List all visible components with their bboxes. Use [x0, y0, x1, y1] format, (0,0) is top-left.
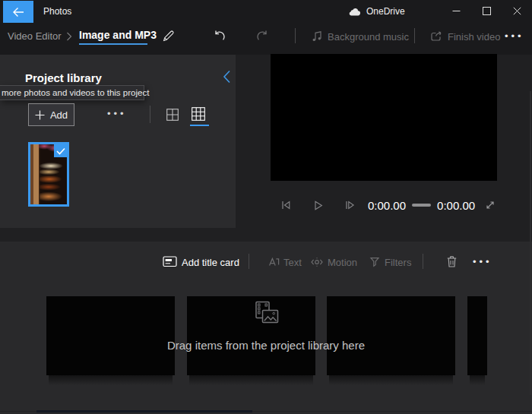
grid-view-large-icon[interactable] — [192, 107, 205, 121]
project-library-panel: Project library more photos and videos t… — [0, 55, 236, 228]
grid-view-active-underline — [190, 125, 209, 126]
maximize-icon — [483, 7, 491, 15]
breadcrumb-active-underline — [79, 43, 147, 45]
rename-pencil-icon[interactable] — [162, 30, 175, 43]
main-area: Project library more photos and videos t… — [0, 55, 532, 242]
storyboard-card[interactable] — [187, 296, 315, 375]
add-button-label: Add — [50, 109, 68, 121]
onedrive-label: OneDrive — [366, 6, 405, 17]
vertical-scrollbar[interactable] — [530, 91, 531, 395]
add-tooltip: more photos and videos to this project — [0, 85, 144, 100]
total-time: 0:00.00 — [437, 199, 475, 212]
library-more-button[interactable]: ••• — [107, 108, 127, 119]
video-preview[interactable] — [271, 54, 497, 181]
maximize-button[interactable] — [471, 0, 502, 22]
plus-icon — [35, 110, 45, 120]
title-bar: Photos OneDrive — [0, 0, 532, 23]
filters-tool-icon — [369, 256, 381, 267]
onedrive-status[interactable]: OneDrive — [348, 5, 405, 18]
previous-frame-icon[interactable] — [280, 200, 292, 210]
toolbar-divider — [295, 28, 296, 43]
play-icon[interactable] — [312, 200, 324, 211]
current-time: 0:00.00 — [368, 199, 406, 212]
close-icon — [513, 7, 521, 15]
title-card-icon — [163, 256, 177, 267]
grid-view-small-icon[interactable] — [166, 109, 179, 121]
selected-check-badge[interactable] — [54, 144, 67, 157]
back-button[interactable] — [3, 1, 33, 23]
fullscreen-icon[interactable] — [484, 199, 496, 211]
finish-video-button[interactable]: Finish video — [448, 31, 500, 43]
music-note-icon — [311, 30, 323, 43]
seek-slider[interactable] — [412, 204, 431, 207]
minimize-icon — [452, 7, 461, 15]
project-library-title: Project library — [25, 71, 102, 84]
toolbar-divider — [423, 254, 423, 269]
filters-button[interactable]: Filters — [385, 257, 411, 268]
breadcrumb-chevron-icon — [66, 32, 72, 41]
add-title-card-button[interactable]: Add title card — [182, 257, 239, 268]
more-options-button[interactable]: ••• — [505, 30, 524, 42]
background-music-button[interactable]: Background music — [328, 31, 409, 43]
toolbar-divider — [249, 254, 249, 269]
close-button[interactable] — [502, 0, 532, 22]
storyboard-section: Add title card Text Motion Filters ••• — [0, 242, 532, 414]
redo-icon[interactable] — [256, 30, 270, 43]
next-frame-icon[interactable] — [344, 200, 356, 210]
project-photo-thumbnail[interactable] — [28, 142, 69, 207]
storyboard-card[interactable] — [327, 296, 455, 375]
breadcrumb-project-name[interactable]: Image and MP3 — [79, 29, 157, 41]
playback-controls: 0:00.00 0:00.00 — [271, 194, 497, 216]
motion-button[interactable]: Motion — [328, 257, 357, 268]
undo-icon[interactable] — [212, 30, 226, 43]
collapse-panel-chevron-icon[interactable] — [223, 70, 235, 84]
motion-tool-icon — [310, 256, 324, 268]
add-button[interactable]: Add — [28, 103, 74, 126]
photos-app-window: Photos OneDrive Video Editor Image and M… — [0, 0, 532, 414]
storyboard-card[interactable] — [46, 296, 175, 375]
text-button[interactable]: Text — [283, 257, 302, 268]
toolbar-divider — [414, 28, 415, 43]
breadcrumb-video-editor[interactable]: Video Editor — [8, 30, 62, 42]
library-divider — [150, 106, 150, 123]
command-bar: Video Editor Image and MP3 Background mu… — [0, 23, 532, 55]
storyboard-more-button[interactable]: ••• — [473, 256, 492, 267]
back-arrow-icon — [12, 7, 24, 17]
horizontal-scrollbar-thumb[interactable] — [36, 410, 252, 412]
minimize-button[interactable] — [441, 0, 471, 22]
checkmark-icon — [56, 147, 65, 155]
storyboard-card[interactable] — [467, 296, 487, 375]
text-tool-icon — [268, 256, 280, 267]
app-title: Photos — [43, 6, 71, 17]
tooltip-text: more photos and videos to this project — [2, 88, 149, 97]
finish-video-icon — [429, 30, 443, 43]
trash-icon[interactable] — [446, 255, 458, 268]
cloud-icon — [348, 7, 361, 16]
